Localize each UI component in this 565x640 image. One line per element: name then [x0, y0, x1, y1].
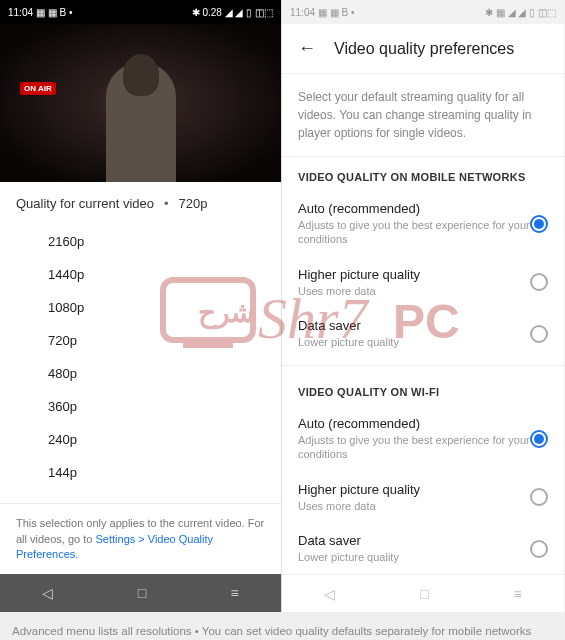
- radio-icon[interactable]: [530, 215, 548, 233]
- nav-bar-left: ◁ □ ≡: [0, 574, 281, 612]
- nav-recent-icon[interactable]: ≡: [231, 585, 239, 601]
- option-title: Auto (recommended): [298, 416, 530, 431]
- back-arrow-icon[interactable]: ←: [298, 38, 316, 59]
- option-subtitle: Lower picture quality: [298, 550, 530, 564]
- option-title: Data saver: [298, 318, 530, 333]
- prefs-header: ← Video quality preferences: [282, 24, 564, 74]
- status-time: 11:04: [8, 7, 33, 18]
- option-subtitle: Uses more data: [298, 284, 530, 298]
- quality-option[interactable]: 360p: [48, 390, 281, 423]
- option-higher-mobile[interactable]: Higher picture quality Uses more data: [282, 257, 564, 308]
- option-subtitle: Lower picture quality: [298, 335, 530, 349]
- radio-icon[interactable]: [530, 488, 548, 506]
- nav-recent-icon[interactable]: ≡: [513, 586, 521, 602]
- status-icons-right: ✱ 0.28 ◢ ◢ ▯ ◫⬚: [192, 7, 273, 18]
- nav-bar-right: ◁ □ ≡: [282, 574, 564, 612]
- radio-icon[interactable]: [530, 273, 548, 291]
- option-subtitle: Uses more data: [298, 499, 530, 513]
- option-higher-wifi[interactable]: Higher picture quality Uses more data: [282, 472, 564, 523]
- quality-header-label: Quality for current video: [16, 196, 154, 211]
- option-saver-mobile[interactable]: Data saver Lower picture quality: [282, 308, 564, 359]
- nav-home-icon[interactable]: □: [138, 585, 146, 601]
- onair-badge: ON AIR: [20, 82, 56, 95]
- option-subtitle: Adjusts to give you the best experience …: [298, 218, 530, 247]
- radio-icon[interactable]: [530, 540, 548, 558]
- dot-separator: •: [164, 196, 169, 211]
- radio-icon[interactable]: [530, 325, 548, 343]
- divider: [282, 365, 564, 366]
- option-auto-mobile[interactable]: Auto (recommended) Adjusts to give you t…: [282, 191, 564, 257]
- phone-right-screen: 11:04 ▦ ▦ B • ✱ ▦ ◢ ◢ ▯ ◫⬚ ← Video quali…: [282, 0, 564, 612]
- quality-option[interactable]: 480p: [48, 357, 281, 390]
- quality-header: Quality for current video • 720p: [0, 182, 281, 225]
- status-bar-left: 11:04 ▦ ▦ B • ✱ 0.28 ◢ ◢ ▯ ◫⬚: [0, 0, 281, 24]
- quality-option[interactable]: 1080p: [48, 291, 281, 324]
- option-auto-wifi[interactable]: Auto (recommended) Adjusts to give you t…: [282, 406, 564, 472]
- status-icons-right: ✱ ▦ ◢ ◢ ▯ ◫⬚: [485, 7, 556, 18]
- quality-option[interactable]: 144p: [48, 456, 281, 489]
- quality-option[interactable]: 1440p: [48, 258, 281, 291]
- phone-left-screen: 11:04 ▦ ▦ B • ✱ 0.28 ◢ ◢ ▯ ◫⬚ ON AIR Qua…: [0, 0, 282, 612]
- section-header-mobile: VIDEO QUALITY ON MOBILE NETWORKS: [282, 157, 564, 191]
- quality-list: 2160p 1440p 1080p 720p 480p 360p 240p 14…: [0, 225, 281, 489]
- nav-back-icon[interactable]: ◁: [42, 585, 53, 601]
- quality-option[interactable]: 240p: [48, 423, 281, 456]
- footer-note: This selection only applies to the curre…: [0, 503, 281, 574]
- option-title: Data saver: [298, 533, 530, 548]
- quality-option[interactable]: 2160p: [48, 225, 281, 258]
- current-quality: 720p: [179, 196, 208, 211]
- option-title: Higher picture quality: [298, 482, 530, 497]
- prefs-description: Select your default streaming quality fo…: [282, 74, 564, 157]
- nav-back-icon[interactable]: ◁: [324, 586, 335, 602]
- option-saver-wifi[interactable]: Data saver Lower picture quality: [282, 523, 564, 574]
- nav-home-icon[interactable]: □: [420, 586, 428, 602]
- caption-text: Advanced menu lists all resolutions • Yo…: [0, 612, 565, 640]
- video-thumbnail[interactable]: ON AIR: [0, 24, 281, 182]
- section-header-wifi: VIDEO QUALITY ON WI-FI: [282, 372, 564, 406]
- quality-option[interactable]: 720p: [48, 324, 281, 357]
- radio-icon[interactable]: [530, 430, 548, 448]
- option-title: Auto (recommended): [298, 201, 530, 216]
- status-icons-left: ▦ ▦ B •: [36, 7, 73, 18]
- status-icons-left: ▦ ▦ B •: [318, 7, 355, 18]
- prefs-title: Video quality preferences: [334, 40, 514, 58]
- status-time: 11:04: [290, 7, 315, 18]
- option-title: Higher picture quality: [298, 267, 530, 282]
- status-bar-right: 11:04 ▦ ▦ B • ✱ ▦ ◢ ◢ ▯ ◫⬚: [282, 0, 564, 24]
- option-subtitle: Adjusts to give you the best experience …: [298, 433, 530, 462]
